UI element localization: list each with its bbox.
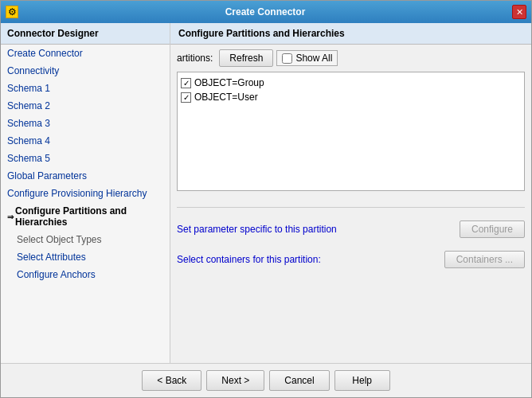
sidebar-item-select-attributes[interactable]: Select Attributes <box>1 248 170 266</box>
main-panel: Configure Partitions and Hierarchies art… <box>170 23 531 363</box>
footer: < Back Next > Cancel Help <box>1 363 531 397</box>
window-icon: ⚙ <box>6 6 18 18</box>
tab-label: artitions: <box>177 53 213 64</box>
close-button[interactable]: ✕ <box>512 5 526 19</box>
main-panel-header: Configure Partitions and Hierarchies <box>170 23 531 45</box>
sidebar-item-schema-3[interactable]: Schema 3 <box>1 115 170 132</box>
partitions-list[interactable]: OBJECT=Group OBJECT=User <box>177 72 525 191</box>
sidebar-item-configure-provisioning-hierarchy[interactable]: Configure Provisioning Hierarchy <box>1 185 170 202</box>
sidebar-item-schema-1[interactable]: Schema 1 <box>1 80 170 97</box>
set-param-row: Set parameter specific to this partition… <box>177 217 525 241</box>
tab-bar: artitions: Refresh Show All <box>170 45 531 72</box>
sidebar-item-configure-partitions[interactable]: ⇒ Configure Partitions and Hierarchies <box>1 202 170 231</box>
title-bar-left: ⚙ <box>6 6 18 18</box>
cancel-button[interactable]: Cancel <box>269 370 329 391</box>
bottom-section: Set parameter specific to this partition… <box>170 197 531 278</box>
window-title: Create Connector <box>18 6 512 18</box>
object-user-checkbox[interactable] <box>181 92 191 103</box>
main-content: artitions: Refresh Show All OBJECT=Group <box>170 45 531 363</box>
list-item[interactable]: OBJECT=Group <box>181 76 521 90</box>
title-bar: ⚙ Create Connector ✕ <box>1 1 531 23</box>
sidebar-header: Connector Designer <box>1 23 170 45</box>
object-group-label: OBJECT=Group <box>194 77 264 88</box>
set-param-label: Set parameter specific to this partition <box>177 224 337 235</box>
configure-button[interactable]: Configure <box>460 220 525 238</box>
sidebar-item-select-object-types[interactable]: Select Object Types <box>1 231 170 248</box>
sidebar: Connector Designer Create Connector Conn… <box>1 23 170 363</box>
sidebar-item-global-parameters[interactable]: Global Parameters <box>1 167 170 185</box>
sidebar-item-connectivity[interactable]: Connectivity <box>1 62 170 80</box>
list-item[interactable]: OBJECT=User <box>181 90 521 104</box>
object-group-checkbox[interactable] <box>181 78 191 88</box>
object-user-label: OBJECT=User <box>194 92 258 103</box>
main-window: ⚙ Create Connector ✕ Connector Designer … <box>0 0 532 398</box>
next-button[interactable]: Next > <box>206 370 264 391</box>
content-area: Connector Designer Create Connector Conn… <box>1 23 531 363</box>
sidebar-item-schema-5[interactable]: Schema 5 <box>1 150 170 167</box>
sidebar-item-create-connector[interactable]: Create Connector <box>1 45 170 62</box>
arrow-icon: ⇒ <box>7 213 14 221</box>
show-all-checkbox[interactable] <box>282 53 292 64</box>
containers-row: Select containers for this partition: Co… <box>177 248 525 271</box>
sidebar-item-schema-2[interactable]: Schema 2 <box>1 97 170 115</box>
containers-button[interactable]: Containers ... <box>444 251 525 268</box>
refresh-button[interactable]: Refresh <box>219 49 273 67</box>
sidebar-item-configure-anchors[interactable]: Configure Anchors <box>1 266 170 283</box>
show-all-container[interactable]: Show All <box>276 50 338 66</box>
back-button[interactable]: < Back <box>142 370 201 391</box>
sidebar-item-schema-4[interactable]: Schema 4 <box>1 132 170 150</box>
show-all-label: Show All <box>295 53 332 64</box>
divider <box>177 207 525 208</box>
help-button[interactable]: Help <box>334 370 390 391</box>
select-containers-label: Select containers for this partition: <box>177 254 321 265</box>
sidebar-arrow-container: ⇒ Configure Partitions and Hierarchies <box>7 205 163 228</box>
